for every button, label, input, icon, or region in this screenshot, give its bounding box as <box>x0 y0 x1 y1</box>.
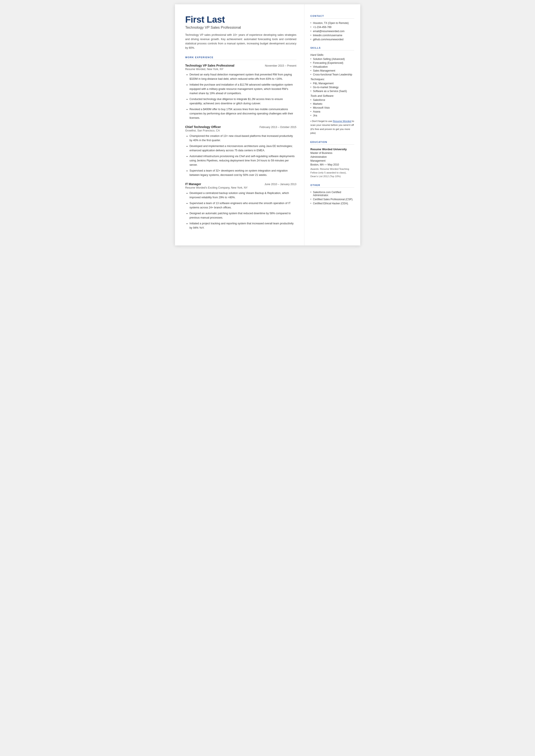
contact-location: Houston, TX (Open to Remote) <box>310 21 354 25</box>
job-block-2: Chief Technology Officer February 2013 –… <box>185 125 296 177</box>
contact-email: email@resumeworded.com <box>310 30 354 33</box>
contact-section: CONTACT Houston, TX (Open to Remote) +1-… <box>310 14 354 41</box>
job-bullet-3-3: Designed an automatic patching system th… <box>190 211 296 220</box>
job-bullets-3: Developed a centralized backup solution … <box>185 191 296 230</box>
resume-page: First Last Technology VP Sales Professio… <box>175 4 360 245</box>
other-item-3: Certified Ethical Hacker (CEH). <box>310 202 354 205</box>
edu-location-date: Boston, MA — May 2010 <box>310 163 339 166</box>
hard-skill-2: Forecasting (Experienced) <box>310 61 354 65</box>
tools-label: Tools and Software: <box>310 95 354 98</box>
job-bullet-3-4: Initiated a project tracking and reporti… <box>190 221 296 230</box>
tools-list: Salesforce Marketo Microsoft Visio Asana… <box>310 98 354 117</box>
job-bullet-3-2: Supervised a team of 13 software enginee… <box>190 201 296 210</box>
job-bullet-1-2: Initiated the purchase and installation … <box>190 83 296 96</box>
hard-skills-label: Hard Skills: <box>310 53 354 56</box>
job-bullet-1-1: Devised an early fraud detection managem… <box>190 72 296 81</box>
technique-2: Go-to-market Strategy <box>310 86 354 89</box>
hard-skill-3: Virtualization <box>310 65 354 68</box>
job-header-1: Technology VP Sales Professional Novembe… <box>185 64 296 67</box>
skills-section-title: SKILLS <box>310 46 354 50</box>
job-bullet-2-2: Developed and implemented a microservice… <box>190 144 296 153</box>
left-column: First Last Technology VP Sales Professio… <box>175 4 304 245</box>
other-list: Salesforce.com Certified Administrator. … <box>310 191 354 205</box>
tool-5: Jira <box>310 114 354 117</box>
job-block-1: Technology VP Sales Professional Novembe… <box>185 64 296 120</box>
job-title-2: Chief Technology Officer <box>185 125 221 129</box>
edu-degree-line1: Master of Business <box>310 152 332 154</box>
job-company-2: Growthsi, San Francisco, CA <box>185 129 296 132</box>
other-item-1: Salesforce.com Certified Administrator. <box>310 191 354 197</box>
other-item-2: Certified Sales Professional (CSP). <box>310 198 354 201</box>
edu-school: Resume Worded University <box>310 148 354 151</box>
technique-1: P&L Management <box>310 82 354 85</box>
job-bullets-2: Championed the creation of 13+ new cloud… <box>185 134 296 177</box>
edu-awards: Awards: Resume Worded Teaching Fellow (o… <box>310 167 354 179</box>
candidate-title: Technology VP Sales Professional <box>185 25 296 30</box>
other-section: OTHER Salesforce.com Certified Administr… <box>310 184 354 205</box>
job-title-1: Technology VP Sales Professional <box>185 64 235 67</box>
job-bullet-1-4: Revoked a $400M offer to buy 175K access… <box>190 107 296 120</box>
hard-skill-5: Cross-functional Team Leadership <box>310 73 354 76</box>
job-header-3: IT Manager June 2010 – January 2013 <box>185 182 296 186</box>
job-dates-2: February 2013 – October 2015 <box>260 126 296 129</box>
tool-2: Marketo <box>310 102 354 105</box>
promo-text: • Don't forget to use Resume Worded to s… <box>310 119 354 135</box>
job-bullet-2-4: Supervised a team of 32+ developers work… <box>190 169 296 177</box>
hard-skills-list: Solution Selling (Advanced) Forecasting … <box>310 58 354 76</box>
techniques-label: Techniques: <box>310 78 354 81</box>
contact-linkedin: linkedin.com/in/username <box>310 34 354 37</box>
candidate-name: First Last <box>185 14 296 25</box>
job-bullets-1: Devised an early fraud detection managem… <box>185 72 296 120</box>
job-bullet-2-1: Championed the creation of 13+ new cloud… <box>190 134 296 142</box>
promo-link[interactable]: Resume Worded <box>333 120 352 123</box>
job-bullet-3-1: Developed a centralized backup solution … <box>190 191 296 200</box>
job-company-3: Resume Worded's Exciting Company, New Yo… <box>185 186 296 189</box>
techniques-list: P&L Management Go-to-market Strategy Sof… <box>310 82 354 93</box>
job-dates-3: June 2010 – January 2013 <box>265 183 296 186</box>
education-section-title: EDUCATION <box>310 141 354 145</box>
other-section-title: OTHER <box>310 184 354 188</box>
edu-degree-line2: Administration <box>310 155 327 158</box>
right-column: CONTACT Houston, TX (Open to Remote) +1-… <box>304 4 360 245</box>
edu-entry-1: Resume Worded University Master of Busin… <box>310 148 354 179</box>
hard-skill-1: Solution Selling (Advanced) <box>310 58 354 61</box>
contact-list: Houston, TX (Open to Remote) +1-234-456-… <box>310 21 354 41</box>
job-company-1: Resume Worded, New York, NY <box>185 68 296 71</box>
edu-degree: Master of Business Administration Manage… <box>310 151 354 167</box>
job-bullet-2-3: Automated infrastructure provisioning vi… <box>190 154 296 167</box>
work-experience-section-title: WORK EXPERIENCE <box>185 56 296 60</box>
education-section: EDUCATION Resume Worded University Maste… <box>310 141 354 179</box>
job-title-3: IT Manager <box>185 182 201 186</box>
tool-3: Microsoft Visio <box>310 106 354 109</box>
hard-skill-4: Sales Management <box>310 69 354 72</box>
skills-section: SKILLS Hard Skills: Solution Selling (Ad… <box>310 46 354 135</box>
job-bullet-1-3: Conducted technology due diligence to in… <box>190 97 296 106</box>
technique-3: Software as a Service (SaaS) <box>310 90 354 93</box>
job-block-3: IT Manager June 2010 – January 2013 Resu… <box>185 182 296 230</box>
edu-major: Management <box>310 159 325 162</box>
job-dates-1: November 2015 – Present <box>265 64 296 67</box>
job-header-2: Chief Technology Officer February 2013 –… <box>185 125 296 129</box>
contact-phone: +1-234-456-789 <box>310 26 354 29</box>
contact-section-title: CONTACT <box>310 14 354 18</box>
contact-github: github.com/resumeworded <box>310 38 354 41</box>
candidate-summary: Technology VP sales professional with 10… <box>185 33 296 50</box>
tool-4: Asana <box>310 110 354 113</box>
tool-1: Salesforce <box>310 98 354 101</box>
